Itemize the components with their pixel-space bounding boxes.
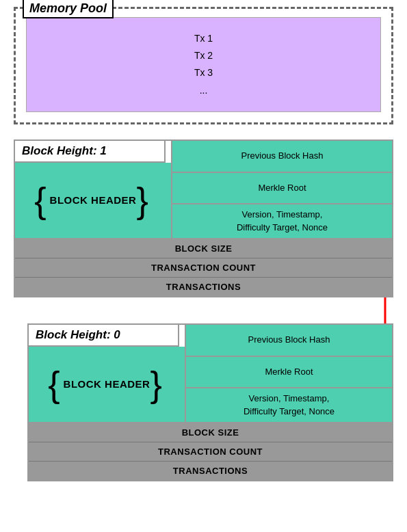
block1-merkle-root: Merkle Root: [172, 173, 392, 205]
block0-transactions: TRANSACTIONS: [29, 462, 392, 480]
tx2-label: Tx 2: [40, 47, 367, 64]
memory-pool-inner: Tx 1 Tx 2 Tx 3 ...: [26, 17, 381, 112]
block0-top-row: Block Height: 0 { BLOCK HEADER } Previou…: [29, 325, 392, 422]
memory-pool-container: Memory Pool Tx 1 Tx 2 Tx 3 ...: [14, 7, 393, 124]
memory-pool-title: Memory Pool: [23, 0, 114, 18]
block0-header-left: { BLOCK HEADER }: [29, 347, 186, 422]
block0-header-label: BLOCK HEADER: [64, 378, 150, 390]
block0-header-right: Previous Block Hash Merkle Root Version,…: [186, 325, 392, 422]
block1-size: BLOCK SIZE: [15, 239, 392, 258]
block1-transactions: TRANSACTIONS: [15, 278, 392, 296]
block0-prev-hash: Previous Block Hash: [186, 325, 392, 357]
block0-bottom: BLOCK SIZE TRANSACTION COUNT TRANSACTION…: [29, 422, 392, 480]
tx1-label: Tx 1: [40, 30, 367, 47]
block1-brace-open: {: [34, 183, 46, 218]
block1-bottom: BLOCK SIZE TRANSACTION COUNT TRANSACTION…: [15, 238, 392, 296]
block0-tx-count: TRANSACTION COUNT: [29, 442, 392, 462]
tx-ellipsis-label: ...: [40, 82, 367, 99]
block0-container: Block Height: 0 { BLOCK HEADER } Previou…: [27, 323, 393, 481]
block-spacer: [14, 310, 393, 323]
block0-brace-open: {: [48, 367, 60, 402]
block1-header-label: BLOCK HEADER: [50, 194, 137, 206]
blocks-wrapper: Block Height: 1 { BLOCK HEADER } Previou…: [14, 139, 393, 481]
block1-prev-hash: Previous Block Hash: [172, 141, 392, 173]
tx3-label: Tx 3: [40, 64, 367, 81]
block0-title: Block Height: 0: [29, 325, 179, 347]
block1-top-row: Block Height: 1 { BLOCK HEADER } Previou…: [15, 141, 392, 238]
memory-pool-section: Memory Pool Tx 1 Tx 2 Tx 3 ...: [14, 7, 393, 124]
block1-brace-close: }: [136, 183, 148, 218]
block0-size: BLOCK SIZE: [29, 423, 392, 442]
block0-merkle-root: Merkle Root: [186, 357, 392, 389]
block1-container: Block Height: 1 { BLOCK HEADER } Previou…: [14, 139, 393, 297]
block1-header-left: { BLOCK HEADER }: [15, 163, 172, 238]
block1-header-right: Previous Block Hash Merkle Root Version,…: [172, 141, 392, 238]
block1-other-fields: Version, Timestamp, Difficulty Target, N…: [172, 204, 392, 237]
block1-tx-count: TRANSACTION COUNT: [15, 258, 392, 278]
block1-title: Block Height: 1: [15, 141, 166, 163]
block0-brace-close: }: [150, 367, 161, 402]
block0-other-fields: Version, Timestamp, Difficulty Target, N…: [186, 388, 392, 421]
